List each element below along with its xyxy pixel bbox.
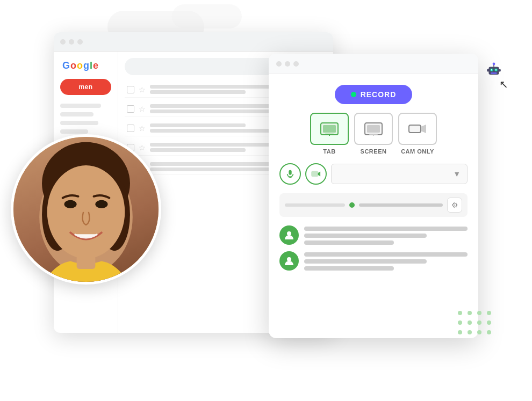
deco-dot: [458, 311, 462, 315]
email-star[interactable]: ☆: [139, 124, 146, 133]
deco-dot: [487, 330, 491, 334]
google-logo: Google: [60, 60, 111, 71]
sidebar-line-2: [60, 112, 94, 116]
deco-dot: [458, 320, 462, 325]
svg-marker-24: [318, 172, 321, 177]
svg-point-2: [493, 63, 495, 65]
tab-bar-right-line: [359, 203, 443, 207]
deco-dot: [468, 311, 472, 315]
mode-icon-box-screen: [354, 113, 393, 145]
record-button[interactable]: RECORD: [335, 85, 413, 104]
g-letter-2: o: [70, 60, 76, 71]
deco-dot: [487, 311, 491, 315]
microphone-button[interactable]: [279, 163, 301, 185]
user-detail-line-1: [304, 259, 427, 264]
popup-header: [269, 54, 478, 74]
mode-icon-box-cam-only: [398, 113, 437, 145]
user-detail-line-2: [304, 266, 394, 271]
popup-dot-1: [276, 61, 282, 67]
cursor-icon: ↖: [499, 78, 508, 91]
email-star[interactable]: ☆: [139, 105, 146, 113]
deco-dot: [477, 330, 481, 334]
email-line-2: [150, 90, 246, 94]
email-line-2: [150, 148, 246, 152]
email-checkbox[interactable]: [127, 105, 134, 113]
compose-label: men: [78, 83, 92, 91]
svg-point-32: [64, 200, 77, 208]
g-letter-4: g: [83, 60, 89, 71]
svg-rect-9: [499, 69, 501, 72]
svg-point-33: [95, 200, 107, 208]
sidebar-line-4: [60, 129, 88, 134]
svg-rect-11: [323, 125, 336, 133]
deco-dot: [468, 330, 472, 334]
svg-rect-18: [409, 125, 421, 133]
mode-label-tab: TAB: [323, 148, 335, 155]
cloud-decoration-2: [172, 4, 242, 28]
record-button-row: RECORD: [279, 85, 468, 104]
mode-label-cam-only: CAM ONLY: [401, 148, 434, 155]
svg-point-6: [495, 69, 497, 70]
camera-button[interactable]: [305, 163, 327, 185]
settings-gear-icon: ⚙: [451, 201, 458, 209]
email-line-1: [150, 85, 278, 89]
browser-titlebar: [54, 32, 333, 52]
g-letter-5: l: [90, 60, 92, 71]
user-avatar-1: [279, 225, 299, 245]
email-checkbox[interactable]: [127, 125, 134, 132]
popup-body: RECORD TAB: [269, 74, 478, 279]
tab-bar-progress-line: [285, 203, 345, 207]
email-checkbox[interactable]: [127, 86, 134, 93]
mode-option-cam-only[interactable]: CAM ONLY: [398, 113, 437, 155]
mode-icon-box-tab: [310, 113, 349, 145]
dropdown-arrow-icon: ▼: [453, 170, 461, 178]
compose-button[interactable]: men: [60, 79, 111, 95]
g-letter-3: o: [77, 60, 83, 71]
svg-point-31: [47, 165, 125, 259]
user-detail-line-2: [304, 240, 394, 245]
user-info-lines-1: [304, 225, 468, 245]
deco-dot: [468, 320, 472, 325]
mode-label-screen: SCREEN: [361, 148, 387, 155]
tab-bar-active-dot: [349, 202, 355, 208]
mode-option-screen[interactable]: SCREEN: [354, 113, 393, 155]
svg-rect-12: [325, 134, 334, 135]
svg-rect-23: [312, 172, 318, 177]
g-letter-1: G: [62, 60, 70, 71]
decorative-dots: [458, 311, 493, 337]
user-row-1: [279, 225, 468, 245]
user-detail-line-1: [304, 234, 427, 238]
camera-dropdown[interactable]: ▼: [331, 164, 468, 184]
popup-dot-2: [285, 61, 290, 67]
window-dot-2: [69, 39, 74, 45]
window-dot-1: [60, 39, 66, 45]
g-letter-6: e: [93, 60, 98, 71]
scene: Google men ☆: [0, 0, 532, 401]
email-line-1: [150, 123, 246, 127]
email-star[interactable]: ☆: [139, 85, 146, 94]
email-line-2: [150, 110, 278, 113]
svg-point-25: [287, 231, 291, 236]
email-line-2: [150, 129, 278, 133]
user-info-lines-2: [304, 251, 468, 271]
mode-option-tab[interactable]: TAB: [310, 113, 349, 155]
svg-point-26: [287, 257, 291, 261]
svg-rect-34: [77, 251, 96, 269]
screencaster-popup: RECORD TAB: [269, 54, 478, 338]
user-list: [279, 225, 468, 271]
user-name-line: [304, 227, 468, 231]
settings-button[interactable]: ⚙: [447, 198, 462, 213]
deco-dot: [477, 311, 481, 315]
deco-dot: [487, 320, 491, 325]
user-avatar-2: [279, 251, 299, 271]
user-name-line: [304, 252, 468, 257]
svg-rect-15: [367, 125, 380, 133]
record-indicator-dot: [351, 92, 356, 97]
svg-rect-20: [289, 170, 291, 175]
tab-bar-row: ⚙: [279, 193, 468, 217]
sidebar-line-1: [60, 104, 101, 108]
sidebar-line-3: [60, 121, 98, 125]
email-line-1: [150, 162, 278, 166]
tab-bar-left: [285, 202, 355, 208]
svg-rect-16: [369, 134, 378, 135]
